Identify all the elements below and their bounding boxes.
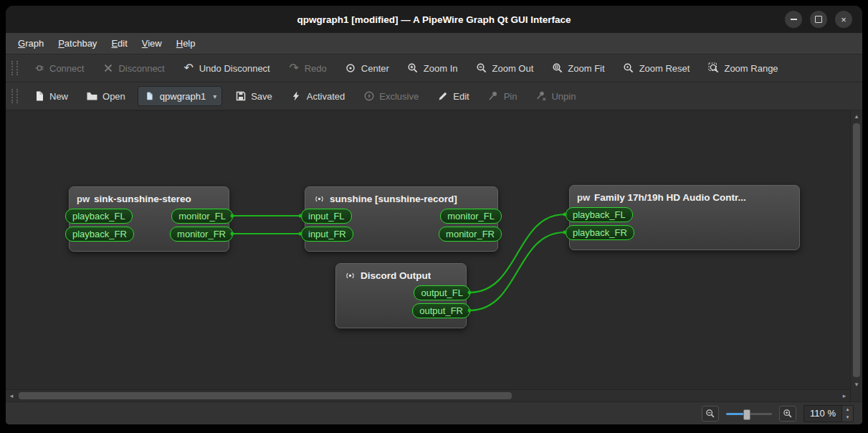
save-button[interactable]: Save [229, 87, 278, 106]
pencil-icon [437, 90, 449, 103]
vertical-scroll-track[interactable] [851, 122, 862, 379]
center-icon [345, 62, 357, 75]
unpin-label: Unpin [551, 91, 576, 102]
app-window: qpwgraph1 [modified] — A PipeWire Graph … [6, 6, 862, 424]
zoom-range-button[interactable]: Zoom Range [702, 59, 783, 78]
zoom-reset-label: Zoom Reset [639, 63, 690, 74]
graph-view: pw sink-sunshine-stereo playback_FL moni… [6, 110, 862, 401]
maximize-icon [815, 16, 822, 23]
zoom-out-label: Zoom Out [492, 63, 534, 74]
horizontal-scroll-track[interactable] [17, 390, 839, 401]
close-icon: × [841, 14, 846, 25]
zoom-in-icon [407, 62, 419, 75]
zoom-out-button[interactable]: Zoom Out [470, 59, 540, 78]
chevron-down-icon: ▾ [213, 92, 216, 100]
zoom-out-icon [476, 62, 488, 75]
unpin-button[interactable]: Unpin [529, 87, 581, 106]
exclusive-icon [363, 90, 375, 103]
patchbay-select[interactable]: qpwgraph1 ▾ [138, 86, 222, 106]
zoom-in-label: Zoom In [424, 63, 458, 74]
patchbay-select-value: qpwgraph1 [160, 91, 206, 102]
zoom-value: 110 % [804, 406, 841, 422]
activated-toggle[interactable]: Activated [285, 87, 350, 106]
close-button[interactable]: × [835, 11, 852, 28]
minimize-button[interactable] [785, 11, 802, 28]
zoom-range-label: Zoom Range [724, 63, 778, 74]
spin-down-icon[interactable]: ▾ [842, 414, 853, 422]
undo-disconnect-button[interactable]: ↶ Undo Disconnect [177, 59, 276, 78]
maximize-button[interactable] [810, 11, 827, 28]
new-button[interactable]: New [27, 87, 74, 106]
menu-patchbay[interactable]: Patchbay [52, 35, 103, 52]
connection-line[interactable] [469, 214, 565, 292]
zoom-in-slider-button[interactable] [779, 406, 796, 422]
center-label: Center [361, 63, 389, 74]
window-title: qpwgraph1 [modified] — A PipeWire Graph … [297, 14, 571, 25]
edit-label: Edit [453, 91, 469, 102]
zoom-fit-label: Zoom Fit [568, 63, 604, 74]
connect-icon [33, 62, 45, 75]
scroll-left-icon[interactable]: ◂ [6, 390, 17, 401]
menu-graph[interactable]: Graph [11, 35, 50, 52]
connection-line[interactable] [469, 232, 565, 310]
graph-canvas[interactable]: pw sink-sunshine-stereo playback_FL moni… [6, 110, 850, 389]
undo-disconnect-label: Undo Disconnect [199, 63, 270, 74]
new-file-icon [33, 90, 45, 103]
horizontal-scrollbar[interactable]: ◂ ▸ [6, 389, 850, 401]
connect-button[interactable]: Connect [27, 59, 90, 78]
open-button[interactable]: Open [80, 87, 131, 106]
exclusive-toggle[interactable]: Exclusive [357, 87, 424, 106]
save-icon [234, 90, 247, 103]
minimize-icon [791, 19, 797, 20]
zoom-in-button[interactable]: Zoom In [401, 59, 464, 78]
disconnect-icon [102, 62, 114, 75]
menu-bar: Graph Patchbay Edit View Help [6, 33, 862, 54]
redo-icon: ↷ [288, 62, 300, 75]
lightning-icon [290, 90, 302, 103]
center-button[interactable]: Center [339, 59, 395, 78]
connect-label: Connect [49, 63, 84, 74]
menu-edit[interactable]: Edit [105, 35, 133, 52]
zoom-reset-button[interactable]: Zoom Reset [617, 59, 696, 78]
zoom-slider[interactable] [726, 407, 772, 420]
toolbar-drag-handle[interactable] [11, 89, 18, 103]
pin-label: Pin [504, 91, 518, 102]
pin-button[interactable]: Pin [482, 87, 523, 106]
status-bar: 110 % ▴ ▾ [6, 401, 862, 424]
zoom-out-slider-button[interactable] [702, 406, 719, 422]
spin-up-icon[interactable]: ▴ [842, 406, 853, 414]
zoom-spinbox[interactable]: 110 % ▴ ▾ [803, 405, 854, 422]
zoom-reset-icon [623, 62, 635, 75]
graph-toolbar: Connect Disconnect ↶ Undo Disconnect ↷ R… [6, 54, 862, 82]
toolbar-drag-handle[interactable] [11, 61, 18, 75]
exclusive-label: Exclusive [379, 91, 419, 102]
scroll-down-icon[interactable]: ▾ [851, 379, 862, 390]
activated-label: Activated [307, 91, 345, 102]
unpin-icon [535, 90, 547, 103]
scroll-up-icon[interactable]: ▴ [851, 110, 862, 122]
horizontal-scroll-thumb[interactable] [19, 392, 512, 399]
scrollbar-corner [851, 390, 862, 401]
vertical-scrollbar[interactable]: ▴ ▾ [851, 110, 862, 390]
save-label: Save [251, 91, 272, 102]
undo-icon: ↶ [183, 62, 195, 75]
vertical-scroll-thumb[interactable] [853, 123, 860, 377]
new-label: New [49, 91, 68, 102]
zoom-slider-handle[interactable] [743, 409, 750, 420]
open-folder-icon [86, 90, 98, 103]
patchbay-file-icon [143, 90, 156, 103]
file-toolbar: New Open qpwgraph1 ▾ Save Activate [6, 82, 862, 110]
zoom-range-icon [707, 62, 720, 75]
redo-label: Redo [305, 63, 327, 74]
scroll-right-icon[interactable]: ▸ [839, 390, 850, 401]
menu-help[interactable]: Help [170, 35, 202, 52]
edit-button[interactable]: Edit [431, 87, 474, 106]
title-bar: qpwgraph1 [modified] — A PipeWire Graph … [6, 6, 862, 33]
menu-view[interactable]: View [135, 35, 168, 52]
zoom-fit-button[interactable]: Zoom Fit [545, 59, 610, 78]
zoom-spin-arrows: ▴ ▾ [841, 406, 853, 422]
disconnect-button[interactable]: Disconnect [96, 59, 170, 78]
redo-button[interactable]: ↷ Redo [282, 59, 333, 78]
window-controls: × [785, 6, 852, 33]
disconnect-label: Disconnect [118, 63, 164, 74]
